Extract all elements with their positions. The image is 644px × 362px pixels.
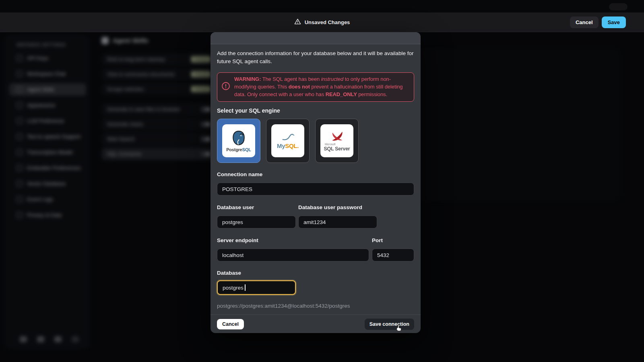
alert-circle-icon <box>221 82 230 92</box>
database-password-label: Database user password <box>298 204 377 210</box>
engine-option-postgresql[interactable]: PostgreSQL <box>217 119 260 163</box>
mysql-dolphin-icon <box>281 133 295 142</box>
warning-triangle-icon <box>294 19 301 26</box>
modal-header <box>211 32 421 44</box>
connection-name-label: Connection name <box>217 171 414 177</box>
obscured-button <box>609 3 627 10</box>
sql-server-logo: Microsoft SQL Server <box>320 124 353 157</box>
text-caret <box>245 284 246 291</box>
save-connection-button[interactable]: Save connection <box>365 319 414 330</box>
database-label: Database <box>217 270 414 276</box>
postgresql-elephant-icon <box>230 130 247 146</box>
sql-server-swoosh-icon <box>329 130 345 142</box>
unsaved-changes-label: Unsaved Changes <box>305 19 350 25</box>
sql-connection-modal: Add the connection information for your … <box>211 32 421 333</box>
modal-footer: Cancel Save connection <box>211 315 421 333</box>
unsaved-changes-bar: Unsaved Changes Cancel Save <box>0 12 644 32</box>
connection-string-preview: postgres://postgres:amit1234@localhost:5… <box>217 303 414 309</box>
topbar-save-button[interactable]: Save <box>602 16 626 28</box>
postgresql-logo: PostgreSQL <box>222 124 255 157</box>
topbar-cancel-button[interactable]: Cancel <box>570 16 599 28</box>
connection-name-input[interactable] <box>217 183 414 195</box>
modal-cancel-button[interactable]: Cancel <box>217 319 244 329</box>
database-user-label: Database user <box>217 204 296 210</box>
engine-section-label: Select your SQL engine <box>217 107 414 114</box>
port-input[interactable] <box>372 249 414 261</box>
window-top-strip <box>0 0 644 12</box>
warning-text: WARNING: The SQL agent has been instruct… <box>234 76 409 99</box>
modal-intro-text: Add the connection information for your … <box>217 49 414 66</box>
engine-option-sql-server[interactable]: Microsoft SQL Server <box>315 119 359 163</box>
server-endpoint-label: Server endpoint <box>217 237 369 243</box>
engine-options: PostgreSQL MySQL. Microsoft SQL Server <box>217 119 414 163</box>
server-endpoint-input[interactable] <box>217 249 369 261</box>
database-password-input[interactable] <box>298 216 377 228</box>
engine-option-mysql[interactable]: MySQL. <box>266 119 310 163</box>
mysql-logo: MySQL. <box>271 124 304 157</box>
warning-banner: WARNING: The SQL agent has been instruct… <box>217 72 414 102</box>
port-label: Port <box>372 237 414 243</box>
database-user-input[interactable] <box>217 216 296 228</box>
database-input[interactable] <box>217 280 296 295</box>
